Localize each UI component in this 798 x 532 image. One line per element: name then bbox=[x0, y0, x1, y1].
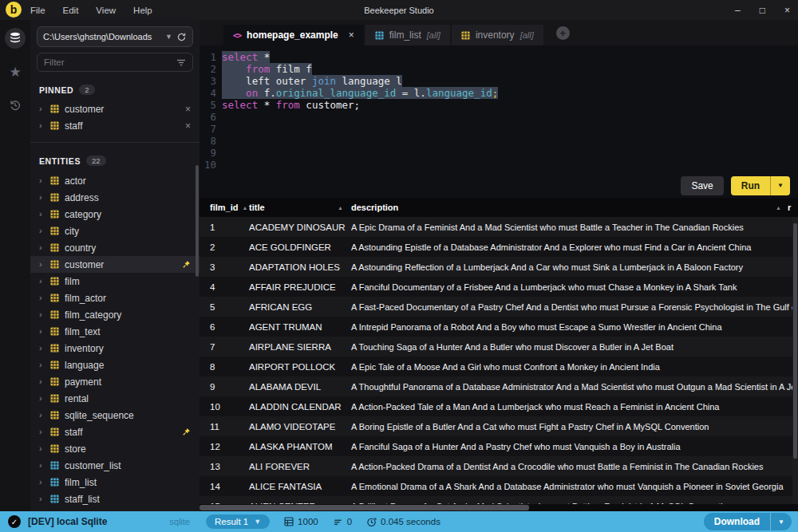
entity-item-film_list[interactable]: ›film_list bbox=[30, 474, 200, 491]
chevron-right-icon[interactable]: › bbox=[39, 121, 45, 130]
chevron-right-icon[interactable]: › bbox=[39, 310, 45, 319]
cell-description[interactable]: A Touching Saga of a Hunter And a Butler… bbox=[351, 342, 792, 352]
menu-edit[interactable]: Edit bbox=[63, 6, 79, 15]
entity-item-actor[interactable]: ›actor bbox=[30, 172, 200, 189]
unpin-close-icon[interactable]: × bbox=[185, 104, 191, 115]
unpin-close-icon[interactable]: × bbox=[185, 120, 191, 132]
chevron-right-icon[interactable]: › bbox=[39, 104, 45, 113]
sidebar-scrollbar[interactable] bbox=[196, 165, 199, 277]
cell-film-id[interactable]: 7 bbox=[200, 342, 249, 352]
menu-help[interactable]: Help bbox=[133, 6, 152, 15]
menu-file[interactable]: File bbox=[30, 6, 45, 15]
cell-title[interactable]: ADAPTATION HOLES bbox=[249, 262, 351, 272]
table-row[interactable]: 8AIRPORT POLLOCKA Epic Tale of a Moose A… bbox=[200, 357, 792, 376]
entity-item-language[interactable]: ›language bbox=[30, 357, 200, 373]
entity-item-film[interactable]: ›film bbox=[30, 273, 200, 290]
cell-title[interactable]: ALABAMA DEVIL bbox=[249, 382, 351, 392]
maximize-window-icon[interactable]: □ bbox=[760, 6, 765, 15]
download-button-label[interactable]: Download bbox=[704, 513, 771, 530]
entity-item-film_actor[interactable]: ›film_actor bbox=[30, 290, 200, 306]
chevron-right-icon[interactable]: › bbox=[39, 227, 45, 235]
cell-film-id[interactable]: 2 bbox=[200, 242, 249, 252]
table-row[interactable]: 15ALIEN CENTERA Brilliant Drama of a Cat… bbox=[200, 496, 792, 504]
cell-film-id[interactable]: 14 bbox=[200, 482, 249, 491]
cell-film-id[interactable]: 10 bbox=[200, 402, 249, 412]
refresh-icon[interactable] bbox=[176, 32, 187, 42]
cell-film-id[interactable]: 5 bbox=[200, 302, 249, 312]
minimize-window-icon[interactable]: – bbox=[735, 6, 741, 15]
cell-film-id[interactable]: 13 bbox=[200, 462, 249, 471]
cell-title[interactable]: ACADEMY DINOSAUR bbox=[249, 223, 351, 232]
chevron-right-icon[interactable]: › bbox=[39, 428, 45, 436]
filter-input[interactable] bbox=[44, 57, 176, 67]
pinned-item-staff[interactable]: ›staff× bbox=[30, 117, 200, 134]
tab-homepage_example[interactable]: <>homepage_example× bbox=[223, 25, 364, 45]
scrollbar-thumb[interactable] bbox=[200, 505, 529, 510]
table-row[interactable]: 12ALASKA PHANTOMA Fanciful Saga of a Hun… bbox=[200, 436, 792, 456]
entity-item-customer[interactable]: ›customer bbox=[30, 256, 200, 273]
tab-inventory[interactable]: inventory[all] bbox=[452, 25, 543, 45]
results-vertical-scrollbar[interactable] bbox=[792, 217, 798, 504]
run-button[interactable]: Run ▼ bbox=[731, 176, 790, 195]
chevron-right-icon[interactable]: › bbox=[39, 193, 45, 202]
table-row[interactable]: 10ALADDIN CALENDARA Action-Packed Tale o… bbox=[200, 396, 792, 416]
cell-description[interactable]: A Emotional Drama of a A Shark And a Dat… bbox=[351, 482, 792, 491]
cell-film-id[interactable]: 12 bbox=[200, 442, 249, 451]
database-panel-icon[interactable] bbox=[5, 28, 26, 49]
cell-film-id[interactable]: 11 bbox=[200, 422, 249, 432]
editor-code[interactable]: select * from film f left outer join lan… bbox=[222, 51, 798, 173]
cell-film-id[interactable]: 8 bbox=[200, 362, 249, 372]
cell-title[interactable]: AIRPORT POLLOCK bbox=[249, 362, 351, 372]
table-row[interactable]: 2ACE GOLDFINGERA Astounding Epistle of a… bbox=[200, 237, 792, 257]
cell-title[interactable]: ALASKA PHANTOM bbox=[249, 442, 351, 451]
cell-description[interactable]: A Epic Tale of a Moose And a Girl who mu… bbox=[351, 362, 792, 372]
cell-title[interactable]: ALADDIN CALENDAR bbox=[249, 402, 351, 412]
history-panel-icon[interactable] bbox=[5, 95, 26, 116]
entity-item-address[interactable]: ›address bbox=[30, 189, 200, 206]
cell-description[interactable]: A Astounding Epistle of a Database Admin… bbox=[351, 242, 792, 252]
close-tab-icon[interactable]: × bbox=[349, 30, 354, 41]
column-header-film_id[interactable]: film_id▲ bbox=[200, 203, 249, 212]
chevron-right-icon[interactable]: › bbox=[39, 495, 45, 503]
entity-item-city[interactable]: ›city bbox=[30, 223, 200, 239]
cell-film-id[interactable]: 6 bbox=[200, 322, 249, 332]
entity-item-film_text[interactable]: ›film_text bbox=[30, 323, 200, 340]
table-row[interactable]: 5AFRICAN EGGA Fast-Paced Documentary of … bbox=[200, 297, 792, 317]
cell-film-id[interactable]: 9 bbox=[200, 382, 249, 392]
table-row[interactable]: 14ALICE FANTASIAA Emotional Drama of a A… bbox=[200, 476, 792, 496]
run-button-label[interactable]: Run bbox=[731, 176, 771, 195]
scrollbar-thumb[interactable] bbox=[793, 223, 797, 459]
entity-item-sqlite_sequence[interactable]: ›sqlite_sequence bbox=[30, 407, 200, 424]
cell-title[interactable]: ALICE FANTASIA bbox=[249, 482, 351, 491]
chevron-right-icon[interactable]: › bbox=[39, 277, 45, 286]
result-selector[interactable]: Result 1 ▼ bbox=[206, 514, 270, 529]
table-row[interactable]: 6AGENT TRUMANA Intrepid Panorama of a Ro… bbox=[200, 317, 792, 337]
cell-description[interactable]: A Action-Packed Tale of a Man And a Lumb… bbox=[351, 402, 792, 412]
cell-film-id[interactable]: 1 bbox=[200, 223, 249, 232]
entity-item-film_category[interactable]: ›film_category bbox=[30, 306, 200, 323]
table-row[interactable]: 7AIRPLANE SIERRAA Touching Saga of a Hun… bbox=[200, 337, 792, 357]
cell-description[interactable]: A Intrepid Panorama of a Robot And a Boy… bbox=[351, 322, 792, 332]
tab-film_list[interactable]: film_list[all] bbox=[365, 25, 450, 45]
table-row[interactable]: 3ADAPTATION HOLESA Astounding Reflection… bbox=[200, 257, 792, 277]
entity-item-customer_list[interactable]: ›customer_list bbox=[30, 457, 200, 474]
cell-description[interactable]: A Fanciful Saga of a Hunter And a Pastry… bbox=[351, 442, 792, 451]
cell-title[interactable]: AFFAIR PREJUDICE bbox=[249, 282, 351, 292]
chevron-right-icon[interactable]: › bbox=[39, 478, 45, 487]
entity-item-payment[interactable]: ›payment bbox=[30, 373, 200, 390]
entity-item-store[interactable]: ›store bbox=[30, 440, 200, 457]
cell-description[interactable]: A Fast-Paced Documentary of a Pastry Che… bbox=[351, 302, 792, 312]
chevron-right-icon[interactable]: › bbox=[39, 260, 45, 269]
chevron-right-icon[interactable]: › bbox=[39, 444, 45, 453]
table-row[interactable]: 13ALI FOREVERA Action-Packed Drama of a … bbox=[200, 456, 792, 476]
chevron-right-icon[interactable]: › bbox=[39, 394, 45, 403]
cell-description[interactable]: A Astounding Reflection of a Lumberjack … bbox=[351, 262, 792, 272]
run-options-caret-icon[interactable]: ▼ bbox=[771, 176, 790, 195]
entity-item-rental[interactable]: ›rental bbox=[30, 390, 200, 407]
menu-view[interactable]: View bbox=[96, 6, 116, 15]
cell-title[interactable]: AGENT TRUMAN bbox=[249, 322, 351, 332]
table-row[interactable]: 9ALABAMA DEVILA Thoughtful Panorama of a… bbox=[200, 376, 792, 396]
chevron-right-icon[interactable]: › bbox=[39, 176, 45, 185]
cell-description[interactable]: A Epic Drama of a Feminist And a Mad Sci… bbox=[351, 223, 792, 232]
entity-item-category[interactable]: ›category bbox=[30, 206, 200, 223]
